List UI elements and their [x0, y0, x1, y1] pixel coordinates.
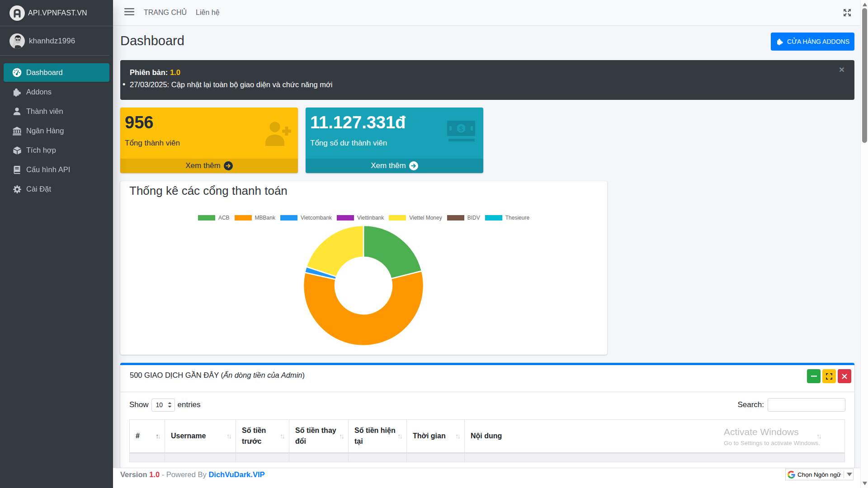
svg-text:$: $ — [459, 125, 463, 132]
